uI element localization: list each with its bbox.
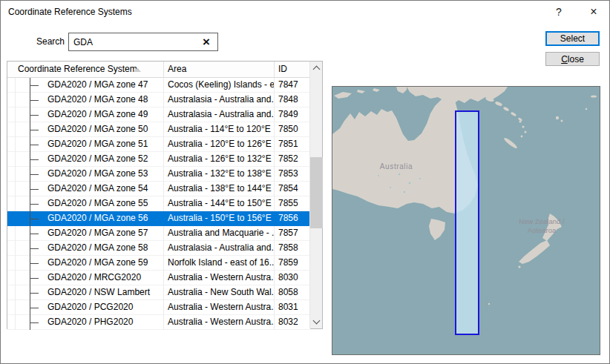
grid-line — [15, 182, 16, 196]
window-close-button[interactable]: × — [577, 1, 610, 23]
crs-id: 8031 — [274, 300, 310, 315]
tree-branch-icon — [30, 226, 40, 241]
help-button[interactable]: ? — [543, 1, 574, 23]
grid-line — [15, 196, 16, 211]
crs-area: Australia - 114°E to 120°E — [163, 122, 274, 137]
crs-name: GDA2020 / MGA zone 58 — [47, 242, 148, 253]
crs-area: Australia - 120°E to 126°E — [163, 137, 274, 152]
table-row[interactable]: GDA2020 / PCG2020 Australia - Western Au… — [7, 300, 310, 315]
table-row[interactable]: GDA2020 / MGA zone 52 Australia - 126°E … — [7, 152, 310, 167]
grid-line — [15, 226, 16, 241]
crs-name: GDA2020 / PCG2020 — [47, 302, 133, 312]
crs-name: GDA2020 / MGA zone 56 — [47, 213, 148, 223]
scrollbar-thumb[interactable] — [310, 157, 323, 228]
crs-id: 7849 — [274, 107, 310, 122]
grid-line — [15, 93, 16, 107]
table-row[interactable]: GDA2020 / MGA zone 57 Australia and Macq… — [7, 226, 310, 241]
tree-branch-icon — [30, 241, 40, 256]
crs-area: Australia - 132°E to 138°E — [163, 167, 274, 182]
tree-branch-icon — [30, 182, 40, 196]
tree-branch-icon — [30, 137, 40, 152]
table-row[interactable]: GDA2020 / MGA zone 50 Australia - 114°E … — [7, 122, 310, 137]
grid-line — [15, 107, 16, 122]
crs-name: GDA2020 / MRCG2020 — [47, 272, 141, 282]
tree-branch-icon — [30, 107, 40, 122]
tree-branch-icon — [30, 256, 40, 271]
grid-line — [15, 241, 16, 256]
search-input[interactable] — [69, 33, 200, 50]
crs-name: GDA2020 / MGA zone 52 — [47, 153, 148, 164]
column-header-id[interactable]: ID — [274, 62, 310, 78]
crs-name: GDA2020 / MGA zone 55 — [47, 198, 148, 208]
crs-id: 7850 — [274, 122, 310, 137]
crs-id: 7851 — [274, 137, 310, 152]
grid-line — [15, 152, 16, 167]
crs-name: GDA2020 / MGA zone 59 — [47, 257, 148, 268]
table-row[interactable]: GDA2020 / MGA zone 59 Norfolk Island - e… — [7, 256, 310, 271]
select-button[interactable]: Select — [545, 31, 600, 46]
vertical-scrollbar[interactable] — [309, 62, 322, 328]
search-label: Search — [16, 36, 65, 47]
crs-area: Australia - New South Wal... — [163, 285, 274, 300]
crs-id: 7853 — [274, 167, 310, 182]
tree-branch-icon — [30, 93, 40, 107]
crs-dialog: Coordinate Reference Systems ? × Search … — [0, 0, 610, 364]
crs-id: 7848 — [274, 93, 310, 107]
table-body: GDA2020 / MGA zone 47 Cocos (Keeling) Is… — [7, 78, 310, 330]
crs-area: Australia - 144°E to 150°E — [163, 196, 274, 211]
grid-line — [15, 271, 16, 285]
grid-line — [15, 167, 16, 182]
clear-search-icon[interactable]: × — [199, 34, 214, 50]
table-row[interactable]: GDA2020 / PHG2020 Australia - Western Au… — [7, 315, 310, 330]
table-header: Coordinate Reference System Area ID — [7, 62, 310, 78]
column-header-crs[interactable]: Coordinate Reference System — [7, 62, 163, 78]
crs-name: GDA2020 / NSW Lambert — [47, 287, 150, 297]
select-button-label: Select — [560, 33, 585, 44]
crs-name: GDA2020 / MGA zone 51 — [47, 139, 148, 149]
table-row[interactable]: GDA2020 / MGA zone 49 Australasia - Aust… — [7, 107, 310, 122]
crs-id: 8030 — [274, 271, 310, 285]
help-icon: ? — [556, 6, 562, 18]
crs-name: GDA2020 / MGA zone 54 — [47, 183, 148, 193]
crs-id: 7847 — [274, 78, 310, 93]
crs-id: 8032 — [274, 315, 310, 330]
grid-line — [15, 78, 16, 93]
sort-ascending-icon — [134, 67, 141, 72]
tree-branch-icon — [30, 167, 40, 182]
search-box: × — [68, 33, 218, 51]
crs-id: 8058 — [274, 285, 310, 300]
dialog-title: Coordinate Reference Systems — [8, 7, 132, 17]
grid-line — [15, 122, 16, 137]
map-label-new-zealand: New Zealand / Aotearoa — [509, 217, 574, 235]
stewart-island — [518, 265, 520, 268]
crs-area: Australasia - Australia and... — [163, 107, 274, 122]
tree-branch-icon — [30, 315, 40, 330]
crs-area: Australia - 138°E to 144°E — [163, 182, 274, 196]
crs-area: Norfolk Island - east of 16... — [163, 256, 274, 271]
column-header-area[interactable]: Area — [163, 62, 274, 78]
table-row[interactable]: GDA2020 / MGA zone 55 Australia - 144°E … — [7, 196, 310, 211]
crs-area: Cocos (Keeling) Islands - e... — [163, 78, 274, 93]
crs-id: 7854 — [274, 182, 310, 196]
table-row[interactable]: GDA2020 / MRCG2020 Australia - Western A… — [7, 271, 310, 285]
table-row[interactable]: GDA2020 / NSW Lambert Australia - New So… — [7, 285, 310, 300]
crs-area: Australia and Macquarie - ... — [163, 226, 274, 241]
crs-name: GDA2020 / MGA zone 48 — [47, 94, 148, 105]
table-row[interactable]: GDA2020 / MGA zone 56 Australia - 150°E … — [7, 211, 310, 226]
table-row[interactable]: GDA2020 / MGA zone 51 Australia - 120°E … — [7, 137, 310, 152]
table-row[interactable]: GDA2020 / MGA zone 54 Australia - 138°E … — [7, 182, 310, 196]
table-row[interactable]: GDA2020 / MGA zone 53 Australia - 132°E … — [7, 167, 310, 182]
scrollbar-down-icon[interactable] — [310, 316, 323, 328]
crs-area: Australia - 126°E to 132°E — [163, 152, 274, 167]
table-row[interactable]: GDA2020 / MGA zone 47 Cocos (Keeling) Is… — [7, 78, 310, 93]
table-row[interactable]: GDA2020 / MGA zone 58 Australasia - Aust… — [7, 241, 310, 256]
crs-name: GDA2020 / MGA zone 57 — [47, 228, 148, 238]
scrollbar-up-icon[interactable] — [310, 62, 323, 74]
crs-area: Australia - Western Austra... — [163, 271, 274, 285]
crs-extent-overlay — [455, 110, 479, 335]
grid-line — [15, 315, 16, 330]
crs-id: 7859 — [274, 256, 310, 271]
close-button[interactable]: Close — [545, 52, 600, 66]
crs-area: Australia - Western Austra... — [163, 300, 274, 315]
table-row[interactable]: GDA2020 / MGA zone 48 Australasia - Aust… — [7, 93, 310, 107]
